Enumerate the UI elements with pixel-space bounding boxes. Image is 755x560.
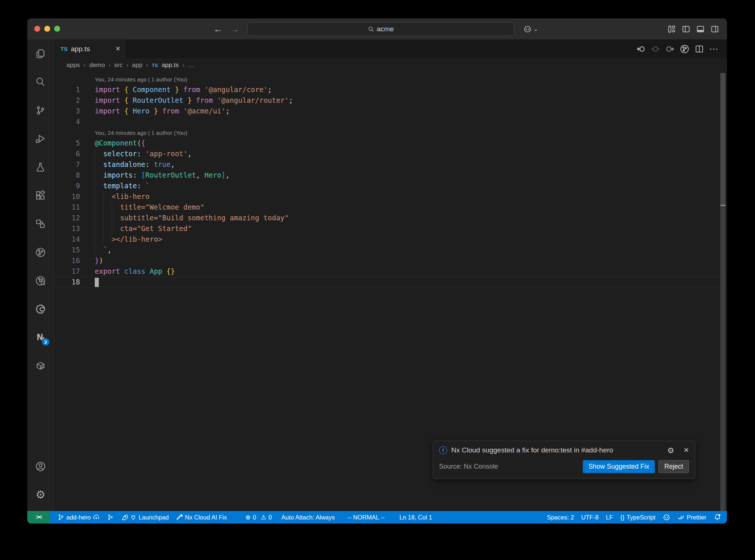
close-window-button[interactable] <box>34 26 40 32</box>
problems-indicator[interactable]: ⊗ 0 ⚠ 0 <box>241 511 275 524</box>
code-line[interactable]: 11 title="Welcmoe demo" <box>54 202 727 213</box>
code-line[interactable]: 10 <lib-hero <box>54 191 727 202</box>
git-actions-indicator[interactable] <box>103 511 117 524</box>
breadcrumb-item[interactable]: apps <box>66 62 80 69</box>
cursor-position-indicator[interactable]: Ln 18, Col 1 <box>396 511 436 524</box>
scrollbar-track <box>720 206 726 511</box>
code-line[interactable]: 3import { Hero } from '@acme/ui'; <box>54 106 727 116</box>
code-line[interactable]: 6 selector: 'app-root', <box>54 148 727 159</box>
sidebar-item-git-graph[interactable] <box>27 238 54 266</box>
indent-guide <box>95 223 95 234</box>
code-line[interactable]: 16}) <box>54 255 727 266</box>
breadcrumb-file[interactable]: app.ts <box>161 62 178 69</box>
launchpad-indicator[interactable]: Launchpad <box>117 511 173 524</box>
timeline-icon[interactable] <box>680 44 689 54</box>
code-line[interactable]: 13 cta="Get Started" <box>54 223 727 234</box>
navigate-forward-icon[interactable]: → <box>230 25 239 34</box>
nav-forward-icon[interactable] <box>665 45 674 53</box>
sidebar-item-run-debug[interactable] <box>27 125 54 153</box>
notification-close-icon[interactable]: ✕ <box>683 446 689 454</box>
close-tab-icon[interactable]: ✕ <box>115 45 121 53</box>
run-debug-icon <box>35 134 45 144</box>
nav-back-icon[interactable] <box>637 45 646 53</box>
notification-settings-icon[interactable]: ⚙ <box>667 447 674 454</box>
nx-cloud-fix-indicator[interactable]: Nx Cloud AI Fix <box>173 511 231 524</box>
eol-indicator[interactable]: LF <box>602 511 617 524</box>
language-indicator[interactable]: {} TypeScript <box>617 511 659 524</box>
branch-indicator[interactable]: add-hero <box>54 511 103 524</box>
code-line[interactable]: 7 standalone: true, <box>54 159 727 170</box>
warning-icon: ⚠ <box>261 514 266 521</box>
toggle-sidebar-icon[interactable] <box>682 25 690 33</box>
sidebar-item-source-control[interactable] <box>27 96 54 125</box>
show-suggested-fix-button[interactable]: Show Suggested Fix <box>583 460 655 473</box>
code-line[interactable]: 18 <box>54 277 727 287</box>
copilot-status[interactable] <box>659 511 674 524</box>
title-bar: ← → acme ⌄ <box>27 18 727 39</box>
encoding-indicator[interactable]: UTF-8 <box>578 511 602 524</box>
sidebar-item-search[interactable] <box>27 68 54 96</box>
vim-mode-indicator[interactable]: -- NORMAL -- <box>344 511 388 524</box>
code-line[interactable]: 17export class App {} <box>54 266 727 277</box>
breadcrumb-item[interactable]: src <box>114 62 123 69</box>
breadcrumb-item[interactable]: app <box>132 62 142 69</box>
remote-indicator[interactable]: >< <box>27 511 50 524</box>
tab-app-ts[interactable]: TS app.ts ✕ <box>54 39 126 58</box>
sidebar-item-nx-console[interactable]: N› 3 <box>27 323 54 351</box>
sidebar-item-edge-tools[interactable] <box>27 295 54 323</box>
reject-button[interactable]: Reject <box>658 460 689 473</box>
sidebar-item-containers[interactable] <box>27 351 54 380</box>
sidebar-item-testing[interactable] <box>27 153 54 181</box>
launchpad-label: Launchpad <box>139 514 169 521</box>
account-button[interactable] <box>27 452 54 480</box>
code-line[interactable]: 5@Component({ <box>54 138 727 148</box>
zoom-window-button[interactable] <box>54 26 60 32</box>
git-blame-annotation[interactable]: You, 24 minutes ago | 1 author (You) <box>54 127 727 138</box>
sidebar-item-projects[interactable] <box>27 210 54 238</box>
editor-scrollbar[interactable] <box>720 73 726 511</box>
circle-fork-icon <box>35 247 46 258</box>
code-line[interactable]: 9 template: ` <box>54 181 727 191</box>
notification-title: Nx Cloud suggested a fix for demo:test i… <box>451 446 663 454</box>
breadcrumb-more[interactable]: … <box>188 62 194 69</box>
code-line[interactable]: 14 ></lib-hero> <box>54 234 727 245</box>
command-center-search[interactable]: acme <box>247 22 514 36</box>
code-line[interactable]: 15 `, <box>54 245 727 255</box>
cursor-position-label: Ln 18, Col 1 <box>399 514 432 521</box>
breadcrumb-item[interactable]: demo <box>89 62 105 69</box>
sidebar-item-extensions[interactable] <box>27 181 54 210</box>
files-icon <box>35 49 45 59</box>
nav-middle-icon[interactable] <box>651 45 660 53</box>
sidebar-item-git-history[interactable] <box>27 266 54 295</box>
toggle-secondary-sidebar-icon[interactable] <box>711 25 719 33</box>
git-blame-annotation[interactable]: You, 24 minutes ago | 1 author (You) <box>54 74 727 84</box>
scrollbar-thumb[interactable] <box>720 73 726 205</box>
toggle-panel-icon[interactable] <box>696 25 704 33</box>
code-line[interactable]: 12 subtitle="Build something amazing tod… <box>54 213 727 223</box>
notifications-bell[interactable] <box>710 511 727 524</box>
code-line[interactable]: 4 <box>54 116 727 127</box>
settings-button[interactable]: ⚙ <box>27 480 54 509</box>
indentation-indicator[interactable]: Spaces: 2 <box>543 511 577 524</box>
search-icon <box>35 77 45 87</box>
copilot-menu[interactable]: ⌄ <box>523 18 538 39</box>
code-line[interactable]: 8 imports: [RouterOutlet, Hero], <box>54 170 727 181</box>
indent-guide <box>95 202 95 213</box>
container-box-icon <box>35 361 46 371</box>
minimize-window-button[interactable] <box>44 26 50 32</box>
sidebar-item-explorer[interactable] <box>27 39 54 68</box>
beaker-icon <box>35 162 45 172</box>
split-editor-icon[interactable] <box>695 45 704 53</box>
prettier-indicator[interactable]: Prettier <box>674 511 710 524</box>
code-line[interactable]: 1import { Component } from '@angular/cor… <box>54 84 727 95</box>
source-control-icon <box>35 105 45 115</box>
typescript-file-icon: TS <box>60 46 67 52</box>
code-line[interactable]: 2import { RouterOutlet } from '@angular/… <box>54 95 727 106</box>
auto-attach-indicator[interactable]: Auto Attach: Always <box>278 511 338 524</box>
eol-label: LF <box>606 514 613 521</box>
customize-layout-icon[interactable] <box>668 25 676 33</box>
navigate-back-icon[interactable]: ← <box>213 25 222 34</box>
indent-guide <box>112 202 112 213</box>
vscode-window: ← → acme ⌄ <box>27 18 727 524</box>
error-count: 0 <box>253 514 256 521</box>
